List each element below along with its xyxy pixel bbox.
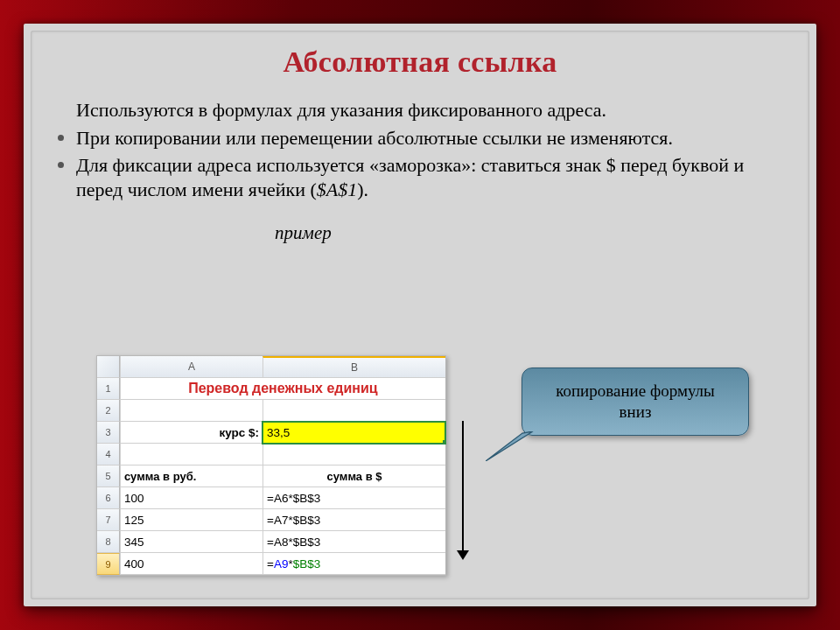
row-8: 8 345 =A8*$B$3	[97, 531, 445, 553]
bullet-text-part: Для фиксации адреса используется «заморо…	[76, 154, 744, 200]
bullet-dot-icon	[58, 135, 64, 141]
slide: Абсолютная ссылка Используются в формула…	[31, 31, 809, 599]
bullet-text: Для фиксации адреса используется «заморо…	[76, 153, 782, 201]
col-header-a: A	[120, 356, 262, 378]
callout-text: копирование формулы вниз	[556, 381, 715, 423]
row-2: 2	[97, 400, 445, 422]
row-number: 7	[97, 509, 120, 531]
arrow-down-icon	[457, 421, 469, 561]
bullet-text-italic: $A$1	[317, 178, 357, 200]
cell-header: сумма в $	[262, 466, 445, 487]
row-number: 1	[97, 378, 120, 400]
svg-marker-0	[486, 431, 533, 461]
row-5: 5 сумма в руб. сумма в $	[97, 466, 445, 487]
cell	[262, 444, 445, 466]
cell-formula: =A8*$B$3	[262, 531, 445, 553]
cell-header: сумма в руб.	[120, 466, 262, 487]
bullet-item: Используются в формулах для указания фик…	[58, 98, 782, 122]
cell: 400	[120, 553, 262, 575]
cell-selected: 33,5	[262, 422, 445, 444]
cell: 345	[120, 531, 262, 553]
row-1: 1 Перевод денежных единиц	[97, 378, 445, 400]
cell	[262, 400, 445, 422]
row-number: 3	[97, 422, 120, 444]
bullet-item: Для фиксации адреса используется «заморо…	[58, 153, 782, 201]
example-label: пример	[275, 222, 782, 244]
col-header-b: B	[262, 356, 445, 378]
row-4: 4	[97, 444, 445, 466]
formula-ref: A9	[274, 557, 289, 570]
cell: 125	[120, 509, 262, 531]
cell-label: курс $:	[120, 422, 262, 444]
row-number: 5	[97, 466, 120, 487]
callout-line: копирование формулы	[556, 382, 715, 400]
bullet-list: Используются в формулах для указания фик…	[58, 98, 782, 201]
row-7: 7 125 =A7*$B$3	[97, 509, 445, 531]
callout-tail-icon	[486, 431, 535, 461]
row-9: 9 400 =A9*$B$3	[97, 553, 445, 575]
slide-title: Абсолютная ссылка	[58, 46, 782, 79]
bullet-text: При копировании или перемещении абсолютн…	[76, 126, 782, 150]
formula-ref: $B$3	[293, 557, 321, 570]
row-3: 3 курс $: 33,5	[97, 422, 445, 444]
cell-formula: =A7*$B$3	[262, 509, 445, 531]
cell: 100	[120, 487, 262, 509]
formula-part: =	[267, 557, 274, 570]
header-row: A B	[97, 356, 445, 378]
bullet-item: При копировании или перемещении абсолютн…	[58, 126, 782, 150]
cell	[120, 444, 262, 466]
cell-formula-editing: =A9*$B$3	[262, 553, 445, 575]
bullet-text: Используются в формулах для указания фик…	[76, 98, 782, 122]
spreadsheet: A B 1 Перевод денежных единиц 2 3 курс $…	[96, 355, 446, 576]
row-number: 6	[97, 487, 120, 509]
row-number: 2	[97, 400, 120, 422]
bullet-dot-icon	[58, 162, 64, 168]
row-number: 8	[97, 531, 120, 553]
slide-frame: Абсолютная ссылка Используются в формула…	[24, 24, 816, 606]
row-number: 9	[97, 553, 120, 575]
row-6: 6 100 =A6*$B$3	[97, 487, 445, 509]
merged-title-cell: Перевод денежных единиц	[120, 378, 445, 400]
cell	[120, 400, 262, 422]
callout-bubble: копирование формулы вниз	[522, 368, 749, 436]
cell-formula: =A6*$B$3	[262, 487, 445, 509]
bullet-text-part: ).	[357, 178, 368, 200]
callout-line: вниз	[620, 402, 652, 421]
corner-cell	[97, 356, 120, 378]
row-number: 4	[97, 444, 120, 466]
